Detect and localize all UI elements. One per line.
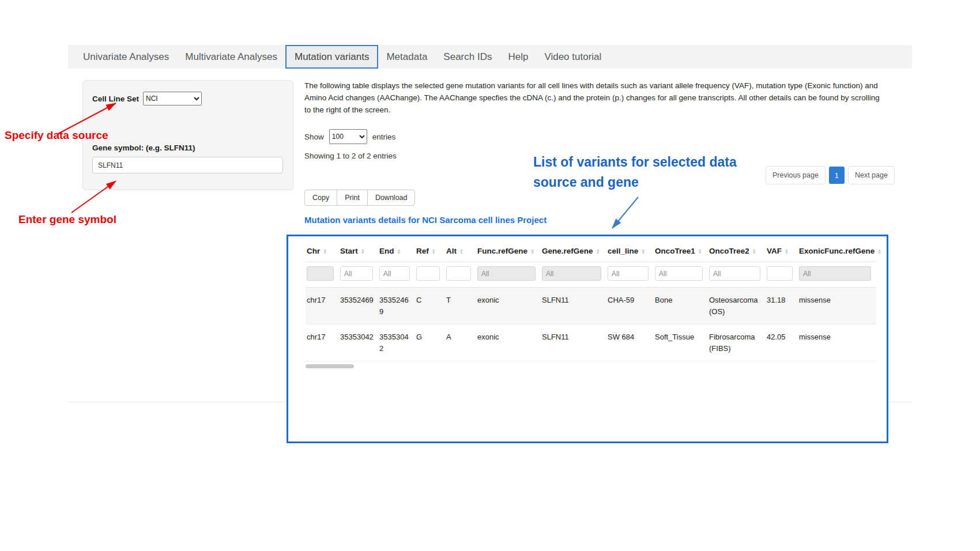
nav-tab-univariate-analyses[interactable]: Univariate Analyses <box>75 45 177 69</box>
table-cell: missense <box>798 324 876 361</box>
nav-tab-help[interactable]: Help <box>500 45 536 69</box>
table-cell: SLFN11 <box>541 288 606 324</box>
sort-icon[interactable]: ▲▼ <box>432 248 436 255</box>
filter-chr[interactable] <box>307 266 334 281</box>
column-label: VAF <box>767 247 782 255</box>
table-title-link[interactable]: Mutation variants details for NCI Sarcom… <box>304 215 546 225</box>
control-panel: Cell Line Set NCI Gene symbol: (e.g. SLF… <box>82 80 293 190</box>
sort-icon[interactable]: ▲▼ <box>397 248 401 255</box>
table-row[interactable]: chr173535246935352469CTexonicSLFN11CHA-5… <box>306 288 876 324</box>
filter-cell-line[interactable] <box>608 266 649 281</box>
annotation-line-1: List of variants for selected data <box>533 154 737 169</box>
column-label: cell_line <box>608 247 638 255</box>
column-label: ExonicFunc.refGene <box>799 247 875 255</box>
table-cell: chr17 <box>306 288 339 324</box>
variants-table: Chr▲▼Start▲▼End▲▼Ref▲▼Alt▲▼Func.refGene▲… <box>306 240 876 361</box>
filter-oncotree1[interactable] <box>655 266 703 281</box>
nav-tab-video-tutorial[interactable]: Video tutorial <box>536 45 609 69</box>
page-number-button[interactable]: 1 <box>829 167 845 184</box>
filter-func-refgene[interactable] <box>477 266 536 281</box>
next-page-button[interactable]: Next page <box>848 166 895 184</box>
variants-table-frame: Chr▲▼Start▲▼End▲▼Ref▲▼Alt▲▼Func.refGene▲… <box>287 235 888 443</box>
sort-icon[interactable]: ▲▼ <box>530 248 534 255</box>
table-cell: C <box>415 288 445 324</box>
filter-gene-refgene[interactable] <box>542 266 601 281</box>
page: Univariate AnalysesMultivariate Analyses… <box>0 0 980 551</box>
column-label: OncoTree2 <box>709 247 749 255</box>
table-filter-row <box>306 262 876 288</box>
table-cell: Bone <box>654 288 708 324</box>
column-header-ref[interactable]: Ref▲▼ <box>415 240 445 262</box>
previous-page-button[interactable]: Previous page <box>766 166 826 184</box>
table-cell: Fibrosarcoma (FIBS) <box>708 324 766 361</box>
column-label: Alt <box>446 247 457 255</box>
table-cell: T <box>445 288 476 324</box>
nav-tab-search-ids[interactable]: Search IDs <box>435 45 500 69</box>
column-header-oncotree1[interactable]: OncoTree1▲▼ <box>654 240 708 262</box>
column-header-oncotree2[interactable]: OncoTree2▲▼ <box>708 240 766 262</box>
sort-icon[interactable]: ▲▼ <box>698 248 702 255</box>
table-cell: SW 684 <box>606 324 654 361</box>
nav-tab-mutation-variants[interactable]: Mutation variants <box>285 45 378 69</box>
table-row[interactable]: chr173535304235353042GAexonicSLFN11SW 68… <box>306 324 876 361</box>
print-button[interactable]: Print <box>337 190 368 206</box>
filter-end[interactable] <box>379 266 410 281</box>
cell-line-set-select[interactable]: NCI <box>143 92 202 105</box>
table-cell: Soft_Tissue <box>654 324 708 361</box>
filter-alt[interactable] <box>446 266 471 281</box>
filter-exonicfunc-refgene[interactable] <box>799 266 871 281</box>
sort-icon[interactable]: ▲▼ <box>361 248 365 255</box>
sort-icon[interactable]: ▲▼ <box>323 248 327 255</box>
export-button-group: CopyPrintDownload <box>304 190 415 206</box>
sort-icon[interactable]: ▲▼ <box>596 248 600 255</box>
column-header-gene-refgene[interactable]: Gene.refGene▲▼ <box>541 240 606 262</box>
column-label: Ref <box>416 247 429 255</box>
table-cell: 35352469 <box>378 288 415 324</box>
column-header-cell-line[interactable]: cell_line▲▼ <box>606 240 654 262</box>
filter-oncotree2[interactable] <box>709 266 760 281</box>
annotation-line-2: source and gene <box>533 175 639 190</box>
column-label: Gene.refGene <box>542 247 593 255</box>
show-entries-select[interactable]: 100 <box>329 129 367 144</box>
top-navigation: Univariate AnalysesMultivariate Analyses… <box>68 45 912 69</box>
show-label: Show <box>304 133 324 141</box>
table-cell: 35353042 <box>339 324 378 361</box>
column-header-func-refgene[interactable]: Func.refGene▲▼ <box>476 240 541 262</box>
table-cell: 35352469 <box>339 288 378 324</box>
column-header-vaf[interactable]: VAF▲▼ <box>766 240 798 262</box>
column-header-chr[interactable]: Chr▲▼ <box>306 240 339 262</box>
sort-icon[interactable]: ▲▼ <box>641 248 645 255</box>
sort-icon[interactable]: ▲▼ <box>752 248 756 255</box>
filter-start[interactable] <box>340 266 373 281</box>
column-header-end[interactable]: End▲▼ <box>378 240 415 262</box>
filter-ref[interactable] <box>416 266 440 281</box>
download-button[interactable]: Download <box>367 190 416 206</box>
show-entries-control: Show 100 entries <box>304 129 395 144</box>
table-cell: 35353042 <box>378 324 415 361</box>
filter-vaf[interactable] <box>767 266 793 281</box>
table-body: chr173535246935352469CTexonicSLFN11CHA-5… <box>306 288 876 361</box>
sort-icon[interactable]: ▲▼ <box>459 248 463 255</box>
table-cell: exonic <box>476 324 541 361</box>
copy-button[interactable]: Copy <box>304 190 337 206</box>
column-label: Func.refGene <box>477 247 527 255</box>
sort-icon[interactable]: ▲▼ <box>877 248 881 255</box>
nav-tab-multivariate-analyses[interactable]: Multivariate Analyses <box>177 45 285 69</box>
entries-label: entries <box>372 133 396 141</box>
scrollbar-thumb[interactable] <box>306 364 354 368</box>
gene-symbol-input[interactable] <box>92 157 283 173</box>
column-label: End <box>379 247 394 255</box>
nav-tab-metadata[interactable]: Metadata <box>378 45 435 69</box>
horizontal-scrollbar[interactable] <box>306 363 876 370</box>
pagination: Previous page 1 Next page <box>766 166 895 184</box>
table-cell: Osteosarcoma (OS) <box>708 288 766 324</box>
gene-symbol-label: Gene symbol: (e.g. SLFN11) <box>92 144 284 152</box>
column-label: Chr <box>307 247 320 255</box>
table-cell: SLFN11 <box>541 324 606 361</box>
table-cell: 31.18 <box>766 288 798 324</box>
column-header-start[interactable]: Start▲▼ <box>339 240 378 262</box>
table-cell: missense <box>798 288 876 324</box>
sort-icon[interactable]: ▲▼ <box>785 248 789 255</box>
column-header-alt[interactable]: Alt▲▼ <box>445 240 476 262</box>
column-header-exonicfunc-refgene[interactable]: ExonicFunc.refGene▲▼ <box>798 240 876 262</box>
